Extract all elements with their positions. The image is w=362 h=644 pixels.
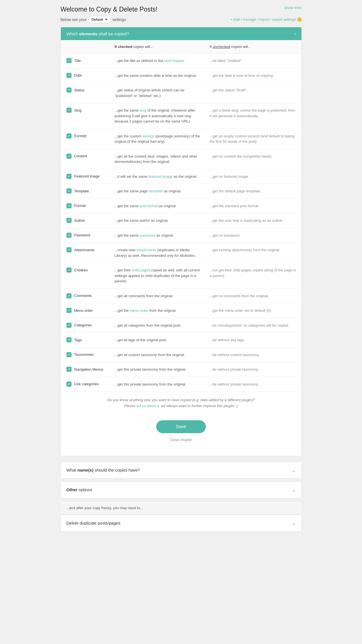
checkbox-link-categories[interactable] [66, 382, 72, 387]
checkbox-tags[interactable] [66, 337, 72, 342]
checkbox-comments[interactable] [66, 293, 72, 298]
col-header-if-unchecked: If unchecked copies will... [206, 43, 301, 50]
menu-order-link[interactable]: menu order [130, 308, 148, 313]
row-label-link-categories: Link categories [61, 380, 111, 388]
table-row: Excerpt ...get the custom excerpt (post/… [61, 129, 301, 149]
row-label-tags: Tags [61, 336, 111, 344]
other-options-accordion-header[interactable]: Other options ⌄ [61, 482, 301, 498]
checkbox-format[interactable] [66, 203, 72, 208]
save-button[interactable]: Save [156, 420, 206, 433]
row-label-author: Author [61, 216, 111, 225]
row-label-slug: Slug [61, 106, 111, 114]
row-label-content: Content [61, 152, 111, 160]
checkbox-status[interactable] [66, 87, 72, 93]
table-row: Tags ...get all tags of the original pos… [61, 333, 301, 348]
slug-link[interactable]: slug [140, 108, 146, 112]
row-label-attachments: Attachments [61, 246, 111, 254]
delete-chevron[interactable]: ⌄ [292, 520, 296, 526]
table-row: Template ...get the same page template a… [61, 184, 301, 199]
footer-note: Do you know anything else you want to ha… [66, 397, 296, 409]
row-label-featured-image: Featured image [61, 172, 111, 181]
other-options-accordion: Other options ⌄ [61, 481, 302, 498]
names-accordion-chevron[interactable]: ⌄ [292, 467, 296, 473]
template-link[interactable]: template [149, 189, 163, 193]
tell-us-link[interactable]: tell us about it [137, 404, 159, 408]
row-label-categories: Categories [61, 321, 111, 329]
row-label-menu-order: Menu order [61, 306, 111, 315]
after-copy-section: ...and after your copy frenzy, you may n… [61, 501, 302, 515]
elements-table: Which elements shall be copied? ‹ If che… [61, 27, 302, 456]
row-label-comments: Comments [61, 292, 111, 300]
excerpt-link[interactable]: excerpt [142, 134, 155, 138]
row-label-children: Children [61, 266, 111, 274]
checkbox-date[interactable] [66, 73, 72, 78]
checkbox-menu-order[interactable] [66, 308, 72, 313]
table-row: Link categories ...get this private taxo… [61, 377, 301, 392]
table-row: Slug ...get the same slug of the origina… [61, 103, 301, 129]
checkbox-categories[interactable] [66, 323, 72, 328]
names-accordion-header[interactable]: What name(s) should the copies have? ⌄ [61, 462, 301, 478]
row-label-date: Date [61, 71, 111, 80]
attachments-link[interactable]: attachments [137, 248, 156, 252]
checkbox-navigation-menus[interactable] [66, 367, 72, 372]
featured-image-link[interactable]: featured image [148, 174, 173, 179]
close-chapter-link[interactable]: Close chapter [66, 438, 296, 442]
row-label-navigation-menus: Navigation Menus [61, 365, 111, 373]
page-title: Welcome to Copy & Delete Posts! [61, 6, 158, 13]
checkbox-excerpt[interactable] [66, 133, 72, 139]
table-row: Comments ...get all comments from the or… [61, 289, 301, 304]
show-intro-link[interactable]: Show intro [284, 6, 301, 10]
row-label-template: Template [61, 187, 111, 195]
checkbox-slug[interactable] [66, 108, 72, 113]
table-row: Format ...get the same post format as or… [61, 199, 301, 214]
post-format-link[interactable]: post format [140, 204, 158, 208]
delete-accordion-header[interactable]: Delete duplicate posts/pages ⌄ [61, 515, 301, 531]
table-row: Featured image ...it will set the same f… [61, 169, 301, 184]
section-collapse-icon[interactable]: ‹ [294, 31, 296, 36]
table-row: Categories ...get all categories from th… [61, 318, 301, 333]
password-link[interactable]: password [140, 233, 155, 237]
checkbox-featured-image[interactable] [66, 174, 72, 179]
checkbox-taxonomies[interactable] [66, 352, 72, 357]
table-row: Author ...get the same author as origina… [61, 213, 301, 228]
table-row: Navigation Menus ...get this private tax… [61, 362, 301, 377]
table-row: Menu order ...get the menu order from th… [61, 303, 301, 318]
checkbox-title[interactable] [66, 58, 72, 63]
table-row: Date ...get the same creation date & tim… [61, 68, 301, 83]
checkbox-author[interactable] [66, 218, 72, 223]
table-row: Content ...get all the content (text, im… [61, 149, 301, 169]
row-label-title: Title [61, 56, 111, 65]
col-header-if-checked: If checked copies will... [111, 43, 206, 50]
table-row: Status ...get status of original article… [61, 83, 301, 103]
section-header: Which elements shall be copied? ‹ [61, 27, 301, 40]
row-label-status: Status [61, 86, 111, 94]
row-label-taxonomies: Taxonomies [61, 350, 111, 359]
settings-label-before: Below are your [61, 17, 87, 22]
crown-icon: 👑 [297, 17, 302, 22]
table-row: Taxonomies ...get all custom taxonomy fr… [61, 348, 301, 363]
section-header-text: Which elements shall be copied? [66, 31, 129, 36]
col-header-label [61, 43, 111, 50]
row-label-password: Password [61, 231, 111, 239]
table-row: Children ...get their child pages copied… [61, 263, 301, 289]
next-chapter-link[interactable]: next chapter [164, 59, 184, 63]
row-label-excerpt: Excerpt [61, 132, 111, 140]
delete-section: Delete duplicate posts/pages ⌄ [61, 515, 302, 532]
checkbox-password[interactable] [66, 233, 72, 238]
table-row: Title ...get the title as defined in the… [61, 54, 301, 68]
checkbox-content[interactable] [66, 154, 72, 159]
row-label-format: Format [61, 202, 111, 210]
names-accordion: What name(s) should the copies have? ⌄ [61, 462, 302, 479]
child-pages-link[interactable]: child pages [132, 268, 150, 272]
table-row: Attachments ...create new attachments (d… [61, 243, 301, 263]
add-manage-link[interactable]: + Add / manage / import / export setting… [230, 17, 302, 22]
settings-dropdown[interactable]: Default [89, 16, 110, 23]
checkbox-children[interactable] [66, 267, 72, 273]
settings-label-after: settings [112, 17, 126, 22]
table-row: Password ...get the same password as ori… [61, 228, 301, 243]
checkbox-attachments[interactable] [66, 247, 72, 252]
column-headers: If checked copies will... If unchecked c… [61, 40, 301, 54]
checkbox-template[interactable] [66, 188, 72, 193]
other-options-chevron[interactable]: ⌄ [292, 487, 296, 493]
